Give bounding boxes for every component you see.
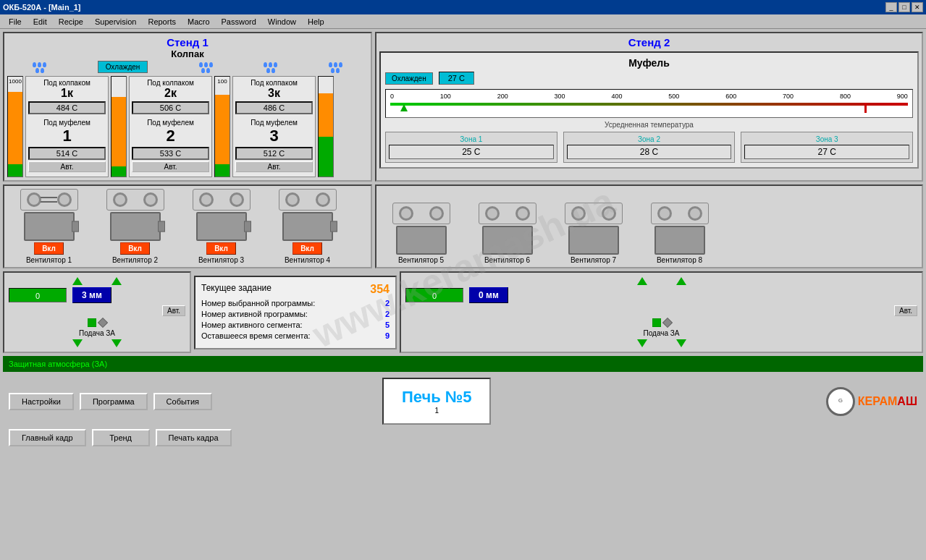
fan-unit-2: Вкл Вентилятор 2: [93, 189, 177, 264]
left-arrow-up-2[interactable]: [111, 277, 122, 285]
right-arrow-up-1[interactable]: [637, 277, 647, 285]
right-avt-btn[interactable]: Авт.: [894, 305, 917, 316]
zone-3: Зона 3 27 C: [741, 132, 913, 163]
right-green-rect: [652, 318, 661, 327]
motor2-connector: [158, 221, 165, 232]
s1-kolpak-label: Под колпаком: [28, 79, 106, 87]
s1-mufel-label: Под муфелем: [28, 119, 106, 127]
zones-row: Зона 1 25 C Зона 2 28 C Зона 3 27 C: [385, 132, 913, 163]
info-row-0: Номер выбранной программы: 2: [201, 299, 390, 307]
left-arrow-down-1[interactable]: [72, 339, 83, 347]
info-row-1: Номер активной программы: 2: [201, 310, 390, 318]
fan-unit-5: Вентилятор 5: [379, 203, 463, 264]
trend-button[interactable]: Тренд: [92, 429, 150, 446]
s1-avt-btn[interactable]: Авт.: [28, 161, 106, 172]
fan-motor-2: [110, 212, 161, 241]
fan-belt-5: [392, 203, 450, 224]
left-mm-btn[interactable]: 3 мм: [72, 287, 111, 303]
belt-bottom: [41, 201, 57, 203]
right-arrow-down-1[interactable]: [637, 339, 647, 347]
left-green-rect: [88, 318, 96, 327]
fan1-vkl-btn[interactable]: Вкл: [34, 242, 64, 255]
fan6-label: Вентилятор 6: [484, 256, 530, 264]
right-arrows-bottom: [637, 339, 686, 347]
bottom-buttons-row-1: Настройки Программа События Печь №5 1 G …: [3, 375, 923, 428]
menu-edit[interactable]: Edit: [28, 16, 53, 27]
s3-kolpak-label: Под колпаком: [235, 79, 313, 87]
left-value-input[interactable]: 0: [9, 288, 67, 302]
right-arrow-up-2[interactable]: [676, 277, 686, 285]
avg-temp-label: Усредненная температура: [385, 121, 913, 129]
menu-macro[interactable]: Macro: [182, 16, 216, 27]
fan6-pulley-left: [485, 206, 500, 221]
right-mm-btn[interactable]: 0 мм: [469, 287, 508, 303]
stend1-cooling-btn[interactable]: Охлажден: [98, 61, 148, 73]
fan2-vkl-btn[interactable]: Вкл: [120, 242, 150, 255]
scale-300: 300: [555, 93, 565, 100]
zone-1: Зона 1 25 C: [385, 132, 557, 163]
s2-avt-btn[interactable]: Авт.: [132, 161, 209, 172]
fan1-label: Вентилятор 1: [26, 256, 72, 264]
logo-circle-text: G: [838, 398, 843, 404]
left-avt-btn[interactable]: Авт.: [162, 305, 185, 316]
left-arrow-up-1[interactable]: [72, 277, 83, 285]
bottom-controls-row: 0 3 мм Авт. Подача ЗА Текущее задание 35…: [3, 271, 923, 353]
menu-reports[interactable]: Reports: [142, 16, 182, 27]
window-controls[interactable]: _ □ ✕: [885, 2, 923, 12]
s3-mufel-number: 3: [235, 127, 313, 145]
info-title: Текущее задание: [201, 283, 272, 296]
minimize-button[interactable]: _: [885, 2, 897, 12]
kolpak-title: Колпак: [7, 48, 368, 59]
right-value-input[interactable]: 0: [405, 288, 463, 302]
fan-pulley-right: [57, 192, 72, 207]
zone2-title: Зона 2: [567, 135, 732, 143]
info-val-0: 2: [385, 299, 390, 307]
fan4-vkl-btn[interactable]: Вкл: [292, 242, 322, 255]
s1-number: 1к: [28, 87, 106, 100]
s1-temp-mufel: 514 C: [28, 147, 106, 160]
info-row-2: Номер активного сегмента: 5: [201, 321, 390, 329]
close-button[interactable]: ✕: [912, 2, 923, 12]
s3-avt-btn[interactable]: Авт.: [235, 161, 313, 172]
drops-2: [199, 62, 213, 73]
fan-motor-4: [282, 212, 333, 241]
fan-belt-8: [651, 203, 709, 224]
belt-top: [41, 197, 57, 198]
scale-bar-area: [390, 103, 908, 114]
fan-motor-3: [196, 212, 247, 241]
logo-keram: КЕРАМ: [858, 395, 898, 407]
menu-help[interactable]: Help: [302, 16, 330, 27]
kolpak-sections-row: 1000 Под колпаком 1к 484 C Под муфелем 1…: [7, 76, 368, 177]
stend2-panel: Стенд 2 Муфель Охлажден 27 C 0 100 200: [375, 32, 923, 182]
left-podacha-label: Подача ЗА: [79, 329, 115, 337]
menu-recipe[interactable]: Recipe: [53, 16, 89, 27]
scale-labels: 0 100 200 300 400 500 600 700 800 900: [390, 93, 908, 100]
left-arrow-down-2[interactable]: [111, 339, 122, 347]
menu-password[interactable]: Password: [216, 16, 262, 27]
maximize-button[interactable]: □: [898, 2, 910, 12]
mufel-cooling-btn[interactable]: Охлажден: [385, 72, 433, 85]
menu-supervision[interactable]: Supervision: [89, 16, 142, 27]
fan3-vkl-btn[interactable]: Вкл: [206, 242, 236, 255]
left-valve-diamond: [98, 318, 108, 328]
kolpak-section-2: Под колпаком 2к 506 C Под муфелем 2 533 …: [129, 76, 212, 177]
s2-mufel-label: Под муфелем: [132, 119, 209, 127]
sobytiya-button[interactable]: События: [153, 393, 212, 410]
fan4-pulley-right: [316, 192, 330, 207]
scale-0: 0: [390, 93, 394, 100]
kolpak-section-3: Под колпаком 3к 486 C Под муфелем 3 512 …: [232, 76, 316, 177]
right-arrow-down-2[interactable]: [676, 339, 686, 347]
info-val-2: 5: [385, 321, 390, 329]
menu-window[interactable]: Window: [262, 16, 302, 27]
nastroyki-button[interactable]: Настройки: [9, 393, 74, 410]
menu-file[interactable]: File: [3, 16, 28, 27]
fan2-pulley-left: [113, 192, 127, 207]
fan2-pulley-right: [143, 192, 158, 207]
indicator-red: [864, 103, 867, 113]
programma-button[interactable]: Программа: [80, 393, 148, 410]
left-arrows-bottom: [72, 339, 122, 347]
glavny-kadr-button[interactable]: Главный кадр: [9, 429, 86, 446]
fans-row: Вкл Вентилятор 1 Вкл Вентилятор 2: [3, 184, 923, 268]
logo-text: КЕРАМАШ: [858, 395, 917, 408]
pechat-kadra-button[interactable]: Печать кадра: [156, 429, 232, 446]
